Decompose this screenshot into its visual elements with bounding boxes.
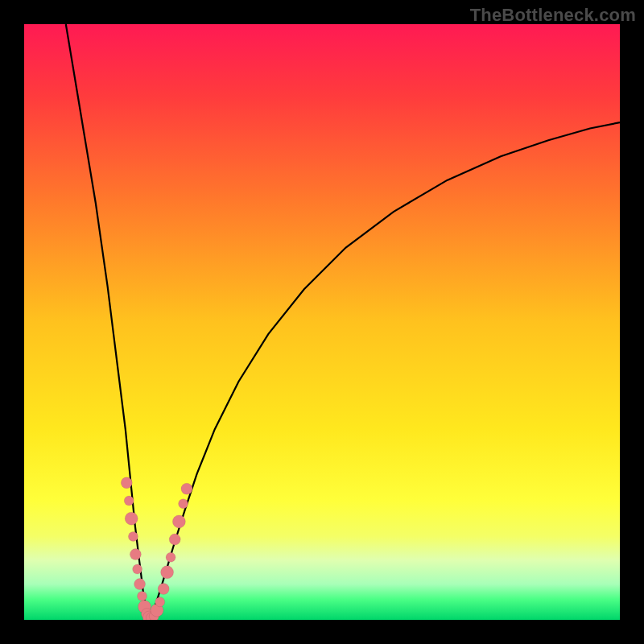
cluster-point (121, 477, 132, 489)
cluster-point (133, 564, 142, 574)
cluster-point (172, 515, 185, 528)
cluster-point (161, 566, 174, 579)
cluster-point (181, 483, 192, 494)
cluster-point (125, 512, 138, 525)
cluster-point (128, 531, 138, 541)
cluster-point (155, 597, 165, 607)
cluster-point (134, 579, 146, 590)
left-branch-curve (66, 24, 150, 620)
cluster-point (166, 552, 175, 562)
cluster-point (158, 584, 169, 595)
chart-frame: TheBottleneck.com (0, 0, 644, 644)
cluster-point (130, 549, 141, 560)
right-branch-curve (149, 122, 620, 620)
cluster-point (138, 591, 147, 601)
data-point-cluster (121, 477, 192, 620)
watermark-text: TheBottleneck.com (470, 5, 636, 26)
plot-area (24, 24, 620, 620)
cluster-point (124, 496, 134, 506)
cluster-point (179, 499, 188, 509)
cluster-point (169, 534, 180, 545)
curves (24, 24, 620, 620)
